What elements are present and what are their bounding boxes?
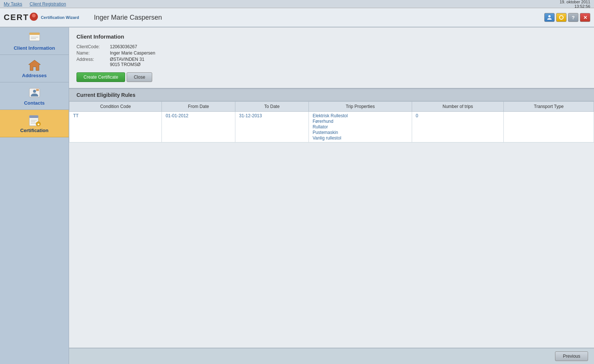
- contacts-icon: [28, 87, 41, 99]
- close-button[interactable]: ✕: [580, 13, 590, 22]
- bottom-bar: Previous: [69, 348, 594, 364]
- top-bar: My Tasks Client Registration 19. oktober…: [0, 0, 594, 8]
- person-button[interactable]: [544, 13, 555, 22]
- sidebar-item-contacts[interactable]: Contacts: [0, 82, 69, 110]
- cell-trip-properties: Elektrisk RullestolFørerhundRullatorPust…: [309, 112, 412, 142]
- sidebar-label-certification: Certification: [20, 128, 49, 133]
- table-row: TT01-01-201231-12-2013Elektrisk Rullesto…: [69, 112, 594, 142]
- client-info-title: Client Information: [76, 33, 587, 40]
- col-from-date: From Date: [162, 102, 235, 112]
- svg-rect-12: [29, 115, 38, 118]
- trip-property: Elektrisk Rullestol: [313, 113, 408, 118]
- sidebar-label-addresses: Addresses: [22, 73, 46, 78]
- sidebar-label-client-information: Client Information: [14, 45, 55, 51]
- address-value-line1: ØSTAVINDEN 31 9015 TROMSØ: [110, 57, 587, 67]
- name-label: Name:: [76, 50, 110, 56]
- svg-rect-3: [29, 33, 40, 35]
- address-icon: [28, 59, 41, 71]
- address-label: Address:: [76, 57, 110, 67]
- logo-cert-text: CERT: [4, 13, 29, 22]
- close-button-client[interactable]: Close: [127, 72, 152, 82]
- close-icon: ✕: [583, 15, 587, 20]
- logo-area: CERT Certification Wizard: [4, 13, 79, 22]
- header-left: CERT Certification Wizard Inger Marie Ca…: [4, 13, 162, 22]
- logo-cert-icon: [30, 13, 38, 21]
- circle-button[interactable]: [556, 13, 567, 22]
- question-icon: ?: [572, 15, 575, 20]
- cell-transport-type: [504, 112, 594, 142]
- circle-icon: [559, 15, 564, 20]
- create-certificate-button[interactable]: Create Certificate: [76, 72, 125, 82]
- nav-my-tasks[interactable]: My Tasks: [4, 1, 22, 7]
- svg-rect-9: [36, 89, 39, 90]
- col-trip-properties: Trip Properties: [309, 102, 412, 112]
- sidebar-label-contacts: Contacts: [24, 100, 45, 106]
- sidebar: Client Information Addresses Contacts: [0, 27, 69, 364]
- svg-rect-10: [36, 90, 39, 91]
- certification-wizard-label: Certification Wizard: [41, 15, 79, 20]
- top-nav: My Tasks Client Registration: [4, 1, 66, 7]
- sidebar-item-certification[interactable]: ★ Certification: [0, 110, 69, 137]
- svg-point-1: [559, 16, 563, 19]
- clientcode-value: 12063036267: [110, 44, 587, 49]
- eligibility-section: Current Eligibility Rules Condition Code…: [69, 89, 594, 218]
- cell-from-date: 01-01-2012: [162, 112, 235, 142]
- question-button[interactable]: ?: [568, 13, 578, 22]
- client-info-section: Client Information ClientCode: 120630362…: [69, 27, 594, 89]
- col-to-date: To Date: [235, 102, 309, 112]
- nav-client-registration[interactable]: Client Registration: [30, 1, 66, 7]
- name-value: Inger Marie Caspersen: [110, 50, 587, 56]
- action-buttons: Create Certificate Close: [76, 72, 587, 82]
- date-text: 19. oktober 2011: [559, 0, 590, 4]
- cell-number-of-trips: 0: [412, 112, 503, 142]
- datetime-display: 19. oktober 2011 13:52:56: [559, 0, 590, 9]
- time-text: 13:52:56: [574, 4, 590, 9]
- clientcode-label: ClientCode:: [76, 44, 110, 49]
- main-layout: Client Information Addresses Contacts: [0, 27, 594, 364]
- content-area: Client Information ClientCode: 120630362…: [69, 27, 594, 364]
- trip-property: Pustemaskin: [313, 130, 408, 135]
- header-buttons: ? ✕: [544, 13, 590, 22]
- col-condition-code: Condition Code: [69, 102, 162, 112]
- svg-text:★: ★: [37, 123, 40, 126]
- svg-marker-6: [29, 60, 40, 70]
- sidebar-item-addresses[interactable]: Addresses: [0, 55, 69, 82]
- eligibility-table: Condition Code From Date To Date Trip Pr…: [69, 101, 594, 142]
- trip-property: Rullator: [313, 124, 408, 129]
- person-icon: [547, 15, 552, 20]
- previous-button[interactable]: Previous: [555, 351, 588, 361]
- header: CERT Certification Wizard Inger Marie Ca…: [0, 8, 594, 27]
- eligibility-title: Current Eligibility Rules: [69, 89, 594, 101]
- sidebar-item-client-information[interactable]: Client Information: [0, 27, 69, 55]
- trip-property: Førerhund: [313, 119, 408, 124]
- col-transport-type: Transport Type: [504, 102, 594, 112]
- certification-icon: ★: [28, 114, 41, 126]
- col-number-of-trips: Number of trips: [412, 102, 503, 112]
- cell-condition-code: TT: [69, 112, 162, 142]
- svg-point-8: [33, 90, 36, 93]
- cell-to-date: 31-12-2013: [235, 112, 309, 142]
- content-spacer: [69, 218, 594, 348]
- client-info-grid: ClientCode: 12063036267 Name: Inger Mari…: [76, 44, 587, 67]
- trip-property: Vanlig rullestol: [313, 135, 408, 141]
- client-info-icon: [28, 32, 41, 44]
- svg-point-0: [548, 15, 551, 17]
- header-title: Inger Marie Caspersen: [94, 14, 162, 22]
